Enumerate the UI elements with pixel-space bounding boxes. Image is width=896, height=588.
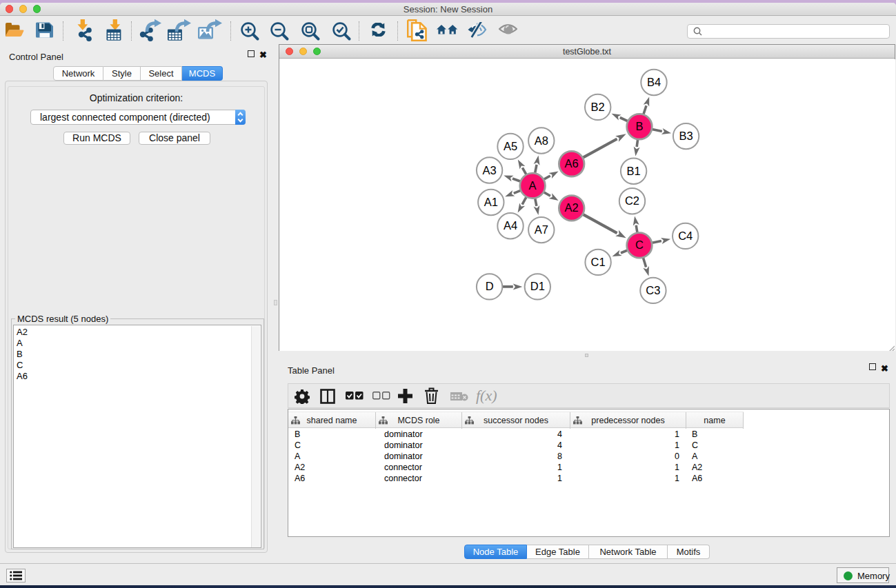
svg-text:A8: A8 <box>535 134 548 147</box>
svg-text:A1: A1 <box>484 196 498 208</box>
svg-text:A2: A2 <box>565 201 579 214</box>
svg-text:B4: B4 <box>647 76 661 88</box>
svg-text:A3: A3 <box>483 164 497 176</box>
svg-text:D1: D1 <box>530 280 545 292</box>
svg-text:D: D <box>486 280 494 292</box>
svg-text:B2: B2 <box>591 101 605 113</box>
svg-text:B3: B3 <box>679 130 693 142</box>
svg-text:C2: C2 <box>625 194 639 207</box>
svg-text:C3: C3 <box>646 284 660 296</box>
svg-text:C: C <box>635 239 644 251</box>
svg-text:A6: A6 <box>565 157 579 170</box>
svg-text:C4: C4 <box>678 230 693 242</box>
svg-text:A7: A7 <box>535 223 548 236</box>
svg-text:B: B <box>635 120 643 132</box>
svg-text:A4: A4 <box>504 219 517 232</box>
svg-text:B1: B1 <box>627 165 641 177</box>
svg-text:A5: A5 <box>504 140 517 152</box>
svg-text:C1: C1 <box>591 256 606 268</box>
svg-text:A: A <box>529 179 537 192</box>
